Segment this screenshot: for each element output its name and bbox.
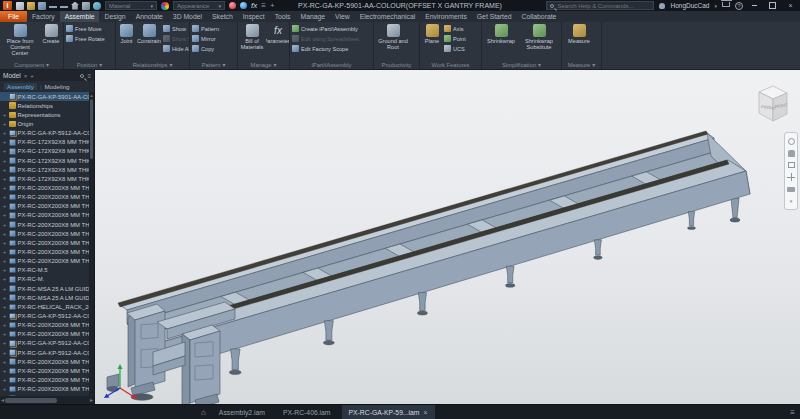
free-rotate-button[interactable]: Free Rotate	[66, 34, 105, 43]
tree-item[interactable]: + PX-RC-172X92X8 MM THK SQ PIPE	[0, 156, 89, 165]
tree-item[interactable]: + PX-RC-M.5	[0, 266, 89, 275]
look-at-icon[interactable]	[787, 185, 795, 193]
expand-icon[interactable]: +	[2, 304, 7, 310]
ground-and-root-button[interactable]: Ground and Root	[376, 24, 410, 50]
help-search-box[interactable]	[546, 1, 654, 10]
navbar-more-icon[interactable]: ▾	[787, 197, 795, 205]
color-wheel-icon[interactable]	[161, 2, 169, 10]
help-icon[interactable]: ?	[735, 2, 743, 10]
design[interactable]: Design	[99, 11, 130, 22]
inventor-logo-icon[interactable]: I	[3, 1, 12, 10]
expand-icon[interactable]: +	[2, 286, 7, 292]
search-input[interactable]	[557, 3, 650, 9]
show-button[interactable]: Show	[163, 24, 189, 33]
expand-icon[interactable]: +	[2, 185, 7, 191]
tree-item[interactable]: + PX-RC-172X92X8 MM THK SQ PIPE	[0, 174, 89, 183]
expand-icon[interactable]: +	[2, 359, 7, 365]
tree-item[interactable]: + PX-RC-172X92X8 MM THK SQ PIPE	[0, 138, 89, 147]
expand-icon[interactable]: +	[2, 313, 7, 319]
expand-icon[interactable]: +	[2, 176, 7, 182]
tree-item[interactable]: + PX-RC-HELICAL_RACK_24_GLORL	[0, 302, 89, 311]
tree-item[interactable]: + PX-RC-200X200X8 MM THK SQ PIP	[0, 211, 89, 220]
expand-icon[interactable]: +	[2, 267, 7, 273]
expand-icon[interactable]: +	[2, 167, 7, 173]
tree-item[interactable]: + PX-RC-200X200X8 MM THK SQ PIP	[0, 366, 89, 375]
electromechanical[interactable]: Electromechanical	[355, 11, 421, 22]
expand-icon[interactable]: +	[2, 240, 7, 246]
tree-item[interactable]: + PX-RC-200X200X8 MM THK SQ PIP	[0, 330, 89, 339]
gantry-frame-model[interactable]	[95, 70, 800, 404]
tree-item[interactable]: + PX-RC-172X92X8 MM THK SQ PIPE	[0, 147, 89, 156]
panel-label-component[interactable]: Component▾	[0, 60, 63, 69]
free-move-button[interactable]: Free Move	[66, 24, 105, 33]
expand-icon[interactable]: +	[2, 203, 7, 209]
hide-all-button[interactable]: Hide All	[163, 44, 189, 53]
expand-icon[interactable]: +	[2, 130, 7, 136]
bill-of-materials-button[interactable]: Bill of Materials	[240, 24, 264, 50]
panel-label-productivity[interactable]: Productivity	[374, 60, 419, 69]
home-icon[interactable]	[71, 2, 79, 10]
add-command-icon[interactable]: +	[270, 2, 275, 10]
panel-label-manage[interactable]: Manage▾	[238, 60, 289, 69]
appearance-swatch-red-icon[interactable]	[229, 2, 236, 9]
view-assembly[interactable]: Assembly	[4, 83, 37, 90]
new-document-icon[interactable]	[16, 2, 24, 10]
tree-item[interactable]: + PX-RC-MSA 25 A LM GUIDE FOR G	[0, 284, 89, 293]
ucs-button[interactable]: UCS	[444, 44, 466, 53]
close-button[interactable]: ×	[784, 0, 797, 11]
tree-item[interactable]: + PX-RC-200X200X8 MM THK SQ PIP	[0, 375, 89, 384]
tree-item[interactable]: + PX-RC-200X200X8 MM THK SQ PIP	[0, 321, 89, 330]
annotate[interactable]: Annotate	[131, 11, 168, 22]
create-ipart-button[interactable]: Create iPart/iAssembly	[292, 24, 359, 33]
joint-button[interactable]: Joint	[118, 24, 135, 44]
tree-vertical-scrollbar[interactable]: ▴	[89, 92, 94, 396]
document-tab[interactable]: Assembly2.iam	[212, 405, 276, 419]
zoom-window-icon[interactable]	[787, 161, 795, 169]
mirror-button[interactable]: Mirror	[192, 34, 219, 43]
file[interactable]: File	[0, 11, 27, 22]
shrinkwrap-button[interactable]: Shrinkwrap	[484, 24, 518, 44]
tree-item[interactable]: + PX-RC-200X200X8 MM THK SQ PIP	[0, 229, 89, 238]
undo-icon[interactable]	[49, 3, 57, 8]
edit-factory-scope-button[interactable]: Edit Factory Scope	[292, 44, 359, 53]
create-component-button[interactable]: Create	[40, 24, 62, 44]
tree-item[interactable]: + PX-RC-GA-KP-5912-AA-COLOUR(	[0, 348, 89, 357]
list-icon[interactable]: ≡	[261, 2, 266, 10]
expand-icon[interactable]: +	[2, 258, 7, 264]
tree-item[interactable]: + PX-RC-MSA 25 A LM GUIDE FOR G	[0, 293, 89, 302]
minimize-button[interactable]	[748, 0, 761, 11]
expand-icon[interactable]: +	[2, 121, 7, 127]
expand-icon[interactable]: +	[2, 158, 7, 164]
expand-icon[interactable]: +	[2, 112, 7, 118]
factory[interactable]: Factory	[27, 11, 60, 22]
view-cube[interactable]: FRONT RIGHT	[746, 78, 794, 130]
user-avatar[interactable]	[659, 3, 665, 9]
browser-add-tab-icon[interactable]: +	[30, 73, 34, 79]
tree-item[interactable]: PX-RC-GA-KP-5901-AA-COLOUR	[0, 92, 89, 101]
tree-item[interactable]: + PX-RC-GA-KP-5912-AA-COLOUR(	[0, 339, 89, 348]
browser-tab-model[interactable]: Model	[3, 72, 21, 79]
assemble[interactable]: Assemble	[60, 11, 100, 22]
tree-item[interactable]: + PX-RC-200X200X8 MM THK SQ PIP	[0, 385, 89, 394]
expand-icon[interactable]: +	[2, 368, 7, 374]
scroll-thumb[interactable]	[5, 398, 57, 403]
pan-hand-icon[interactable]	[787, 149, 795, 157]
statusbar-menu-icon[interactable]: ≡	[790, 405, 800, 419]
expand-icon[interactable]: +	[2, 249, 7, 255]
panel-label-simplification[interactable]: Simplification▾	[482, 60, 561, 69]
collaborate[interactable]: Collaborate	[517, 11, 562, 22]
browser-search-icon[interactable]	[80, 74, 84, 78]
expand-icon[interactable]: +	[2, 148, 7, 154]
browser-menu-icon[interactable]: ≡	[87, 73, 91, 79]
tree-item[interactable]: + PX-RC-200X200X8 MM THK SQ PIP	[0, 238, 89, 247]
panel-label-position[interactable]: Position▾	[64, 60, 115, 69]
tree-item[interactable]: + PX-RC-200X200X8 MM THK SQ PIP	[0, 357, 89, 366]
view[interactable]: View	[330, 11, 355, 22]
document-tab[interactable]: PX-RC-406.iam	[276, 405, 342, 419]
place-from-content-center-button[interactable]: Place from Content Center	[2, 24, 38, 56]
expand-icon[interactable]: +	[2, 222, 7, 228]
expand-icon[interactable]: +	[2, 350, 7, 356]
tree-item[interactable]: + PX-RC-172X92X8 MM THK SQ PIPE	[0, 165, 89, 174]
sketch[interactable]: Sketch	[207, 11, 238, 22]
appearance-dropdown[interactable]: Appearance ▾	[173, 1, 225, 10]
